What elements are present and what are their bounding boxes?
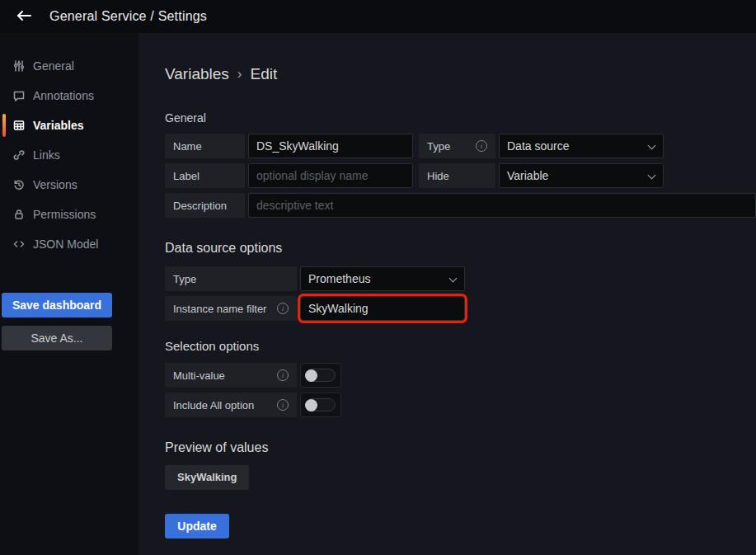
datasource-type-select-value: Prometheus bbox=[308, 272, 370, 285]
sidebar-item-variables[interactable]: Variables bbox=[0, 111, 139, 140]
multi-value-label: Multi-value bbox=[165, 363, 297, 388]
type-label: Type bbox=[419, 134, 495, 158]
toggle-knob bbox=[305, 399, 317, 412]
datasource-type-select[interactable]: Prometheus bbox=[300, 266, 465, 291]
label-label: Label bbox=[165, 163, 245, 188]
sidebar-item-versions[interactable]: Versions bbox=[0, 170, 139, 200]
sidebar-item-label: JSON Model bbox=[33, 238, 98, 251]
settings-sidebar: General Annotations Variables bbox=[0, 33, 139, 555]
include-all-row: Include All option bbox=[165, 393, 756, 417]
preview-of-values-heading: Preview of values bbox=[165, 440, 756, 455]
sidebar-item-permissions[interactable]: Permissions bbox=[0, 200, 139, 229]
multi-value-label-text: Multi-value bbox=[173, 369, 225, 382]
description-input[interactable] bbox=[248, 193, 756, 218]
sidebar-item-annotations[interactable]: Annotations bbox=[0, 81, 139, 111]
breadcrumb: Variables › Edit bbox=[165, 64, 756, 84]
chevron-down-icon bbox=[648, 142, 656, 150]
type-select[interactable]: Data source bbox=[499, 134, 664, 158]
hide-select[interactable]: Variable bbox=[499, 163, 664, 188]
save-dashboard-button[interactable]: Save dashboard bbox=[2, 293, 112, 317]
instance-name-filter-label-text: Instance name filter bbox=[173, 303, 266, 315]
sidebar-item-label: Links bbox=[33, 148, 60, 162]
sidebar-item-links[interactable]: Links bbox=[0, 140, 139, 170]
sidebar-actions: Save dashboard Save As... bbox=[2, 293, 112, 350]
include-all-toggle[interactable] bbox=[300, 393, 341, 417]
instance-name-filter-input[interactable] bbox=[300, 296, 465, 321]
variables-edit-panel: Variables › Edit General Name Type Data … bbox=[139, 33, 756, 555]
multi-value-row: Multi-value bbox=[165, 363, 756, 388]
chevron-down-icon bbox=[648, 172, 656, 180]
general-section-heading: General bbox=[165, 111, 756, 125]
sliders-icon bbox=[12, 59, 26, 73]
datasource-type-label: Type bbox=[165, 266, 297, 291]
instance-name-filter-row: Instance name filter bbox=[165, 296, 756, 321]
datasource-options-heading: Data source options bbox=[165, 241, 756, 256]
table-icon bbox=[12, 119, 26, 132]
breadcrumb-variables-link[interactable]: Variables bbox=[165, 65, 229, 83]
include-all-label-text: Include All option bbox=[173, 399, 254, 412]
sidebar-item-label: General bbox=[33, 59, 74, 73]
display-label-input[interactable] bbox=[248, 163, 413, 188]
variable-name-input[interactable] bbox=[248, 134, 413, 158]
toggle-knob bbox=[305, 369, 317, 382]
back-button[interactable] bbox=[13, 6, 35, 27]
label-hide-row: Label Hide Variable bbox=[165, 163, 756, 188]
type-label-text: Type bbox=[427, 140, 450, 153]
description-label: Description bbox=[165, 193, 245, 218]
breadcrumb-current-page: Edit bbox=[250, 65, 277, 83]
preview-values-list: SkyWalking bbox=[165, 455, 756, 490]
name-label: Name bbox=[165, 134, 245, 158]
preview-value-chip: SkyWalking bbox=[165, 465, 249, 490]
sidebar-item-label: Annotations bbox=[33, 89, 94, 102]
multi-value-toggle[interactable] bbox=[300, 363, 341, 388]
hide-label: Hide bbox=[419, 163, 495, 188]
save-as-button[interactable]: Save As... bbox=[2, 326, 112, 350]
sidebar-item-label: Permissions bbox=[33, 208, 96, 221]
general-form: Name Type Data source Label Hide Variabl… bbox=[165, 134, 756, 218]
include-all-label: Include All option bbox=[165, 393, 297, 417]
sidebar-item-json-model[interactable]: JSON Model bbox=[0, 229, 139, 259]
sidebar-item-label: Versions bbox=[33, 178, 77, 191]
hide-select-value: Variable bbox=[507, 169, 548, 182]
breadcrumb-separator: › bbox=[237, 66, 242, 82]
sidebar-item-label: Variables bbox=[33, 119, 84, 132]
sidebar-item-general[interactable]: General bbox=[0, 51, 139, 81]
history-icon bbox=[12, 178, 26, 191]
instance-name-filter-label: Instance name filter bbox=[165, 296, 297, 321]
top-bar: General Service / Settings bbox=[0, 0, 756, 33]
page-title: General Service / Settings bbox=[49, 9, 207, 24]
hide-label-text: Hide bbox=[427, 170, 449, 182]
selection-options-heading: Selection options bbox=[165, 339, 756, 353]
code-brackets-icon bbox=[12, 238, 26, 251]
datasource-type-label-text: Type bbox=[173, 273, 196, 285]
lock-icon bbox=[12, 208, 26, 221]
name-type-row: Name Type Data source bbox=[165, 134, 756, 158]
datasource-type-row: Type Prometheus bbox=[165, 266, 756, 291]
chevron-down-icon bbox=[449, 275, 458, 283]
info-icon[interactable] bbox=[476, 140, 487, 152]
arrow-left-icon bbox=[15, 8, 33, 26]
comment-icon bbox=[12, 89, 26, 102]
type-select-value: Data source bbox=[507, 139, 569, 153]
description-row: Description bbox=[165, 193, 756, 218]
info-icon[interactable] bbox=[277, 399, 289, 411]
info-icon[interactable] bbox=[277, 369, 289, 381]
info-icon[interactable] bbox=[277, 303, 289, 314]
link-icon bbox=[12, 148, 26, 162]
update-button[interactable]: Update bbox=[165, 514, 229, 539]
